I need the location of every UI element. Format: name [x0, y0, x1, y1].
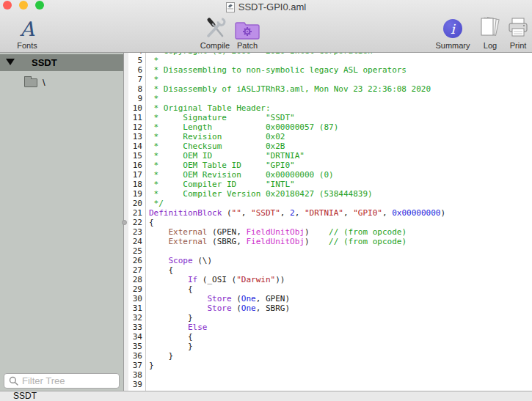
line-number: 7: [124, 75, 142, 84]
window-chrome: SSDT-GPI0.aml A Fonts Compile: [0, 0, 532, 53]
code-text: External (SBRG, FieldUnitObj) // (from o…: [142, 237, 407, 246]
minimize-button[interactable]: [19, 1, 28, 10]
fonts-icon: A: [20, 15, 34, 40]
line-number: 35: [124, 342, 142, 351]
code-text: }: [142, 342, 193, 351]
code-text: * OEM ID "DRTNIA": [142, 151, 305, 161]
code-line: 33 Else: [124, 323, 532, 332]
sidebar-group-label: SSDT: [32, 57, 57, 68]
code-line: 18 * Compiler ID "INTL": [124, 180, 532, 189]
code-line: 6 * Disassembling to non-symbolic legacy…: [124, 65, 532, 75]
code-text: * Signature "SSDT": [142, 113, 295, 122]
zoom-button[interactable]: [35, 1, 44, 10]
line-number: 19: [124, 189, 142, 199]
sidebar-item-root-scope[interactable]: \: [0, 75, 123, 92]
document-proxy-icon: [226, 2, 235, 12]
patch-button[interactable]: Patch: [230, 15, 265, 50]
code-line: 28 If (_OSI ("Darwin")): [124, 275, 532, 284]
code-text: * Disassembling to non-symbolic legacy A…: [142, 65, 407, 75]
code-text: * Compiler ID "INTL": [142, 180, 295, 189]
line-number: 31: [124, 303, 142, 313]
code-line: 35 }: [124, 342, 532, 351]
code-text: * Disassembly of iASLJTRhR3.aml, Mon Nov…: [142, 84, 431, 94]
code-text: Store (One, SBRG): [142, 303, 290, 313]
code-line: 14 * Checksum 0x2B: [124, 141, 532, 151]
filter-tree-input[interactable]: [4, 373, 120, 389]
line-number: 17: [124, 170, 142, 180]
folder-icon: [24, 78, 37, 87]
sidebar-group-header-ssdt[interactable]: SSDT: [0, 54, 123, 71]
code-text: {: [142, 284, 193, 294]
line-number: 23: [124, 227, 142, 237]
code-text: * Compiler Version 0x20180427 (538444839…: [142, 189, 373, 199]
code-text: {: [142, 218, 154, 227]
code-line: 24 External (SBRG, FieldUnitObj) // (fro…: [124, 237, 532, 246]
line-number: 11: [124, 113, 142, 122]
log-button[interactable]: Log: [475, 15, 505, 50]
line-number: 32: [124, 313, 142, 323]
toolbar: A Fonts Compile: [0, 14, 532, 52]
sidebar: SSDT \: [0, 53, 123, 391]
code-line: 27 {: [124, 265, 532, 275]
sidebar-item-label: \: [43, 77, 45, 88]
line-number: 8: [124, 84, 142, 94]
fonts-label: Fonts: [17, 41, 37, 50]
code-line: 11 * Signature "SSDT": [124, 113, 532, 122]
code-line: 16 * OEM Table ID "GPI0": [124, 161, 532, 170]
line-number: 25: [124, 246, 142, 256]
code-text: }: [142, 313, 193, 323]
code-text: }: [142, 361, 154, 370]
line-number: 37: [124, 361, 142, 370]
code-line: 29 {: [124, 284, 532, 294]
code-text: * Revision 0x02: [142, 132, 285, 141]
line-number: 34: [124, 332, 142, 342]
code-line: 30 Store (One, GPEN): [124, 294, 532, 303]
line-number: 14: [124, 141, 142, 151]
code-text: DefinitionBlock ("", "SSDT", 2, "DRTNIA"…: [142, 208, 445, 218]
code-line: 25: [124, 246, 532, 256]
fonts-button[interactable]: A Fonts: [9, 15, 45, 50]
code-line: 12 * Length 0x00000057 (87): [124, 122, 532, 132]
line-number: 15: [124, 151, 142, 161]
code-line: 32 }: [124, 313, 532, 323]
code-line: 37}: [124, 361, 532, 370]
code-text: * Copyright (c) 2000 - 2020 Intel Corpor…: [142, 53, 373, 56]
line-number: 27: [124, 265, 142, 275]
code-text: If (_OSI ("Darwin")): [142, 275, 285, 284]
line-number: 38: [124, 370, 142, 380]
disclosure-triangle-icon[interactable]: [6, 59, 15, 65]
line-number: 36: [124, 351, 142, 361]
code-line: 26 Scope (\): [124, 256, 532, 265]
line-number: 21: [124, 208, 142, 218]
gutter-separator: [145, 53, 146, 391]
print-button[interactable]: Print: [503, 15, 532, 50]
line-number: 5: [124, 56, 142, 65]
code-text: Store (One, GPEN): [142, 294, 290, 303]
code-text: }: [142, 351, 173, 361]
code-line: 19 * Compiler Version 0x20180427 (538444…: [124, 189, 532, 199]
summary-button[interactable]: i Summary: [430, 19, 475, 50]
compile-tools-icon: [203, 15, 227, 40]
title-bar: SSDT-GPI0.aml: [0, 0, 532, 14]
code-text: External (GPEN, FieldUnitObj) // (from o…: [142, 227, 407, 237]
line-number: 20: [124, 199, 142, 208]
close-button[interactable]: [3, 1, 12, 10]
printer-icon: [506, 15, 530, 40]
code-text: * OEM Revision 0x00000000 (0): [142, 170, 334, 180]
line-number: 9: [124, 94, 142, 103]
code-line: 34 {: [124, 332, 532, 342]
line-number: 24: [124, 237, 142, 246]
line-number: 18: [124, 180, 142, 189]
code-editor[interactable]: 4 * Copyright (c) 2000 - 2020 Intel Corp…: [124, 53, 532, 391]
code-lines: 4 * Copyright (c) 2000 - 2020 Intel Corp…: [124, 53, 532, 389]
line-number: 6: [124, 65, 142, 75]
line-number: 12: [124, 122, 142, 132]
code-line: 7 *: [124, 75, 532, 84]
code-line: 21DefinitionBlock ("", "SSDT", 2, "DRTNI…: [124, 208, 532, 218]
status-bar: SSDT: [0, 391, 532, 401]
code-line: 17 * OEM Revision 0x00000000 (0): [124, 170, 532, 180]
code-text: * Original Table Header:: [142, 103, 271, 113]
line-number: 16: [124, 161, 142, 170]
code-line: 20 */: [124, 199, 532, 208]
maciasl-window: SSDT-GPI0.aml A Fonts Compile: [0, 0, 532, 401]
